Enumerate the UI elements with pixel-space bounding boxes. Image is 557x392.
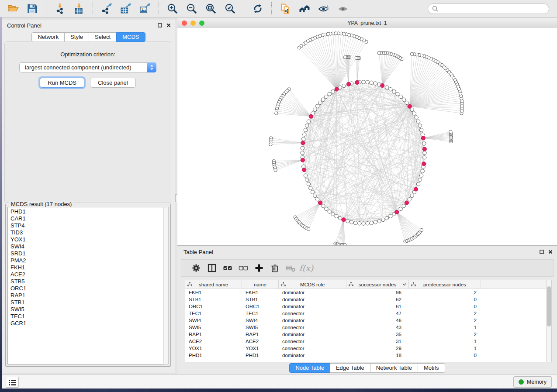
mcds-result-item[interactable]: ACE2 (10, 271, 163, 278)
memory-button[interactable]: Memory (513, 376, 552, 388)
mcds-result-item[interactable]: STB5 (10, 278, 163, 285)
add-row-icon[interactable] (251, 262, 267, 274)
mcds-hub-node[interactable] (301, 141, 305, 145)
mcds-result-item[interactable]: STB1 (10, 299, 163, 306)
tab-node-table[interactable]: Node Table (289, 363, 330, 373)
float-panel-icon[interactable] (157, 23, 162, 28)
cell-predecessor-nodes[interactable]: 2 (409, 317, 481, 324)
table-row[interactable]: FKH1FKH1dominator962 (185, 289, 551, 296)
tab-mcds[interactable]: MCDS (116, 32, 145, 42)
close-panel-icon[interactable] (166, 23, 171, 28)
zoom-in-icon[interactable] (166, 3, 179, 15)
mcds-result-item[interactable]: YOX1 (10, 236, 163, 243)
cell-shared-name[interactable]: SWI4 (185, 317, 242, 324)
close-table-panel-icon[interactable] (548, 249, 553, 254)
cell-name[interactable]: ORC1 (242, 303, 279, 310)
column-header-successor-nodes[interactable]: successor nodes (346, 280, 409, 289)
tab-edge-table[interactable]: Edge Table (330, 363, 370, 373)
mcds-result-list[interactable]: PHD1CAR1STP4TID3YOX1SWI4SRD1PMA2FKH1ACE2… (7, 207, 163, 364)
mcds-result-item[interactable]: PMA2 (10, 257, 163, 264)
search-input[interactable] (441, 5, 549, 12)
zoom-window-icon[interactable] (199, 21, 204, 26)
tab-select[interactable]: Select (89, 32, 117, 42)
cell-name[interactable]: STB1 (242, 296, 279, 303)
mcds-hub-node[interactable] (381, 83, 384, 87)
table-scrollbar[interactable] (546, 280, 551, 362)
cell-predecessor-nodes[interactable]: 0 (409, 303, 481, 310)
mcds-hub-node[interactable] (421, 136, 425, 140)
cell-successor-nodes[interactable]: 46 (346, 317, 409, 324)
mcds-hub-node[interactable] (408, 104, 412, 108)
mcds-hub-node[interactable] (335, 87, 339, 91)
tab-style[interactable]: Style (64, 32, 89, 42)
table-row[interactable]: SWI4SWI4dominator462 (185, 317, 551, 324)
export-network-icon[interactable] (100, 3, 113, 15)
mcds-hub-node[interactable] (414, 187, 418, 191)
mcds-hub-node[interactable] (347, 82, 351, 86)
cell-shared-name[interactable]: ORC1 (185, 303, 242, 310)
mcds-hub-node[interactable] (318, 201, 322, 205)
column-header-name[interactable]: name (242, 280, 279, 289)
mcds-result-item[interactable]: SWI4 (10, 243, 163, 250)
table-row[interactable]: TEC1TEC1connector472 (185, 310, 551, 317)
cell-name[interactable]: FKH1 (242, 289, 279, 296)
close-panel-button[interactable]: Close panel (90, 78, 136, 88)
cell-shared-name[interactable]: YOX1 (185, 345, 242, 352)
optimization-criterion-select[interactable]: largest connected component (undirected) (19, 62, 156, 72)
cell-successor-nodes[interactable]: 61 (346, 303, 409, 310)
mcds-result-item[interactable]: RAP1 (10, 292, 163, 299)
cell-mcds-role[interactable]: dominator (279, 296, 346, 303)
mcds-result-item[interactable]: STP4 (10, 222, 163, 229)
cell-mcds-role[interactable]: dominator (279, 331, 346, 338)
cell-predecessor-nodes[interactable]: 0 (409, 296, 481, 303)
cell-predecessor-nodes[interactable]: 0 (409, 352, 481, 359)
cell-predecessor-nodes[interactable]: 2 (409, 289, 481, 296)
mcds-hub-node[interactable] (302, 168, 306, 172)
cell-shared-name[interactable]: SWI5 (185, 324, 242, 331)
table-row[interactable]: SWI5SWI5connector431 (185, 324, 551, 331)
cell-shared-name[interactable]: TEC1 (185, 310, 242, 317)
new-network-from-selection-icon[interactable] (279, 3, 291, 15)
search-box[interactable] (428, 3, 549, 14)
cell-name[interactable]: PHD1 (242, 352, 279, 359)
cell-successor-nodes[interactable]: 18 (346, 352, 409, 359)
mcds-result-item[interactable]: FKH1 (10, 264, 163, 271)
mcds-result-item[interactable]: PHD1 (10, 208, 163, 215)
cell-mcds-role[interactable]: connector (279, 338, 346, 345)
mcds-hub-node[interactable] (301, 158, 304, 162)
cell-name[interactable]: SWI5 (242, 324, 279, 331)
mcds-result-item[interactable]: SRD1 (10, 250, 163, 257)
tab-network[interactable]: Network (31, 32, 65, 42)
mcds-hub-node[interactable] (395, 210, 399, 214)
mcds-hub-node[interactable] (342, 218, 346, 222)
cell-mcds-role[interactable]: dominator (279, 317, 346, 324)
delete-row-icon[interactable] (267, 262, 283, 274)
hide-selected-icon[interactable] (318, 3, 330, 15)
column-header-predecessor-nodes[interactable]: predecessor nodes (409, 280, 481, 289)
cell-predecessor-nodes[interactable]: 2 (409, 331, 481, 338)
table-row[interactable]: RAP1RAP1dominator352 (185, 331, 551, 338)
show-all-icon[interactable] (337, 3, 349, 15)
export-table-icon[interactable] (120, 3, 132, 15)
cell-successor-nodes[interactable]: 47 (346, 310, 409, 317)
mcds-hub-node[interactable] (309, 114, 313, 118)
cell-name[interactable]: YOX1 (242, 345, 279, 352)
mcds-result-item[interactable]: TID3 (10, 229, 163, 236)
zoom-fit-icon[interactable] (205, 3, 217, 15)
table-scrollbar-thumb[interactable] (547, 286, 551, 327)
cell-mcds-role[interactable]: connector (279, 310, 346, 317)
tab-motifs[interactable]: Motifs (418, 363, 445, 373)
cell-name[interactable]: ACE2 (242, 338, 279, 345)
cell-name[interactable]: TEC1 (242, 310, 279, 317)
table-row[interactable]: ACE2ACE2connector311 (185, 338, 551, 345)
mcds-hub-node[interactable] (405, 201, 408, 205)
import-network-icon[interactable] (54, 3, 66, 15)
network-window-titlebar[interactable]: YPA_prune.txt_1 (177, 18, 557, 28)
cell-shared-name[interactable]: STB1 (185, 296, 242, 303)
settings-icon[interactable] (188, 262, 204, 274)
deselect-all-icon[interactable] (235, 262, 251, 274)
table-row[interactable]: ORC1ORC1dominator610 (185, 303, 551, 310)
cell-predecessor-nodes[interactable]: 1 (409, 338, 481, 345)
column-header-shared-name[interactable]: shared name (185, 280, 242, 289)
cell-successor-nodes[interactable]: 35 (346, 331, 409, 338)
